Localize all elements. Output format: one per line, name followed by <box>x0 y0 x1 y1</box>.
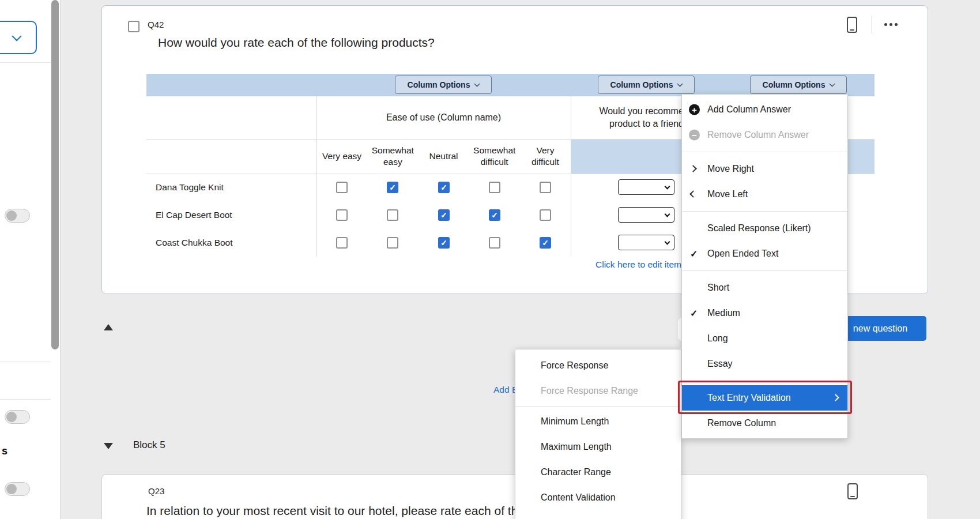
column-options-button-1[interactable]: Column Options <box>395 76 492 94</box>
menu-item-label: Move Right <box>707 164 754 174</box>
scale-label-very-easy: Very easy <box>316 139 367 174</box>
checkmark-icon: ✓ <box>690 249 698 260</box>
column-group-name-1[interactable]: Ease of use (Column name) <box>316 96 571 139</box>
matrix-checkbox[interactable]: ✓ <box>438 237 450 249</box>
submenu-item-character-range[interactable]: Character Range <box>515 460 681 485</box>
menu-item-remove-column[interactable]: Remove Column <box>682 411 847 436</box>
mobile-preview-icon[interactable] <box>847 17 857 33</box>
menu-item-label: Move Left <box>707 189 748 200</box>
matrix-checkbox[interactable] <box>540 182 551 193</box>
menu-item-text-entry-validation[interactable]: Text Entry Validation <box>682 385 847 411</box>
question-prompt[interactable]: How would you rate each of the following… <box>158 36 435 50</box>
matrix-checkbox[interactable] <box>489 182 500 193</box>
chevron-down-icon <box>665 212 670 217</box>
matrix-checkbox[interactable] <box>336 182 348 193</box>
column-options-button-3[interactable]: Column Options <box>750 76 847 94</box>
collapse-block-arrow[interactable] <box>104 443 113 449</box>
vertical-scrollbar[interactable] <box>51 0 59 349</box>
question-id: Q23 <box>148 486 164 496</box>
toggle-switch-1[interactable] <box>5 209 30 223</box>
answer-dropdown[interactable] <box>618 207 674 223</box>
scale-label-neutral: Neutral <box>418 139 469 174</box>
question-prompt[interactable]: In relation to your most recent visit to… <box>146 504 578 518</box>
dot <box>889 23 892 26</box>
chevron-down-icon <box>665 239 670 245</box>
matrix-checkbox[interactable]: ✓ <box>540 237 551 249</box>
chevron-down-icon <box>677 81 683 87</box>
column-options-label: Column Options <box>610 80 673 89</box>
collapse-question-arrow[interactable] <box>104 324 113 330</box>
matrix-checkbox[interactable] <box>336 237 348 249</box>
menu-item-add-column-answer[interactable]: +Add Column Answer <box>682 97 847 122</box>
matrix-checkbox[interactable]: ✓ <box>489 209 500 221</box>
matrix-checkbox[interactable]: ✓ <box>438 209 450 221</box>
scale-label-somewhat-difficult: Somewhat difficult <box>469 139 520 174</box>
more-options-icon[interactable] <box>884 23 898 26</box>
menu-item-label: Long <box>707 333 728 344</box>
column-options-button-2[interactable]: Column Options <box>598 76 695 94</box>
menu-item-short[interactable]: Short <box>682 275 847 300</box>
scale-label-very-difficult: Very difficult <box>520 139 571 174</box>
matrix-checkbox[interactable]: ✓ <box>387 182 398 193</box>
submenu-item-force-response[interactable]: Force Response <box>515 353 681 378</box>
group-name-text: product to a friend <box>609 118 684 130</box>
table-vertical-line <box>316 96 317 257</box>
submenu-item-content-validation[interactable]: Content Validation <box>515 485 681 510</box>
checkmark-icon: ✓ <box>690 308 698 319</box>
minus-circle-icon: − <box>689 130 700 141</box>
chevron-down-icon <box>474 81 480 87</box>
menu-divider <box>682 211 847 212</box>
menu-item-long[interactable]: Long <box>682 326 847 351</box>
submenu-chevron-icon <box>832 394 839 401</box>
menu-item-remove-column-answer: −Remove Column Answer <box>682 122 847 148</box>
scale-label-somewhat-easy: Somewhat easy <box>367 139 418 174</box>
matrix-checkbox[interactable]: ✓ <box>438 182 450 193</box>
menu-item-label: Text Entry Validation <box>707 393 791 403</box>
row-label-dana-toggle-knit[interactable]: Dana Toggle Knit <box>156 174 311 201</box>
menu-item-label: Character Range <box>541 467 611 477</box>
submenu-item-minimum-length[interactable]: Minimum Length <box>515 409 681 434</box>
matrix-checkbox[interactable] <box>336 209 348 221</box>
menu-item-label: Content Validation <box>541 492 616 503</box>
answer-dropdown[interactable] <box>618 235 674 250</box>
menu-item-move-right[interactable]: Move Right <box>682 156 847 182</box>
menu-divider <box>682 381 847 381</box>
row-label-el-cap-desert-boot[interactable]: El Cap Desert Boot <box>156 201 311 229</box>
toggle-switch-3[interactable] <box>5 482 30 496</box>
menu-item-label: Short <box>707 283 729 293</box>
edit-items-link[interactable]: Click here to edit items <box>595 260 686 270</box>
menu-item-move-left[interactable]: Move Left <box>682 182 847 207</box>
matrix-checkbox[interactable] <box>387 209 398 221</box>
chevron-down-icon <box>665 184 670 190</box>
question-select-checkbox[interactable] <box>128 21 140 32</box>
scale-labels-row: Very easySomewhat easyNeutralSomewhat di… <box>316 139 571 174</box>
matrix-checkbox[interactable] <box>489 237 500 249</box>
column-options-menu: +Add Column Answer−Remove Column AnswerM… <box>681 94 848 439</box>
toggle-knob <box>6 412 17 422</box>
row-label-coast-chukka-boot[interactable]: Coast Chukka Boot <box>156 229 311 257</box>
answer-dropdown[interactable] <box>618 179 674 195</box>
toggle-switch-2[interactable] <box>5 410 30 424</box>
menu-item-medium[interactable]: ✓Medium <box>682 300 847 326</box>
group-name-text: Would you recommend <box>599 105 693 118</box>
menu-item-scaled-response-likert[interactable]: Scaled Response (Likert) <box>682 216 847 241</box>
menu-item-essay[interactable]: Essay <box>682 351 847 377</box>
menu-item-label: Remove Column Answer <box>707 130 809 140</box>
table-vertical-line <box>571 96 571 257</box>
menu-item-open-ended-text[interactable]: ✓Open Ended Text <box>682 241 847 266</box>
sidebar-divider <box>0 399 51 400</box>
mobile-preview-icon[interactable] <box>847 483 858 499</box>
clipped-sidebar-label: s <box>2 445 7 457</box>
dot <box>884 23 887 26</box>
phone-home-bar <box>850 496 855 497</box>
menu-divider <box>515 406 681 407</box>
add-new-question-button[interactable]: new question <box>834 316 926 341</box>
menu-item-label: Force Response Range <box>541 386 638 396</box>
question-id: Q42 <box>148 20 164 29</box>
matrix-checkbox[interactable] <box>540 209 551 221</box>
chevron-left-icon <box>689 190 697 198</box>
column-options-label: Column Options <box>763 80 826 89</box>
sidebar-divider <box>0 362 51 362</box>
matrix-checkbox[interactable] <box>387 237 398 249</box>
submenu-item-maximum-length[interactable]: Maximum Length <box>515 434 681 460</box>
